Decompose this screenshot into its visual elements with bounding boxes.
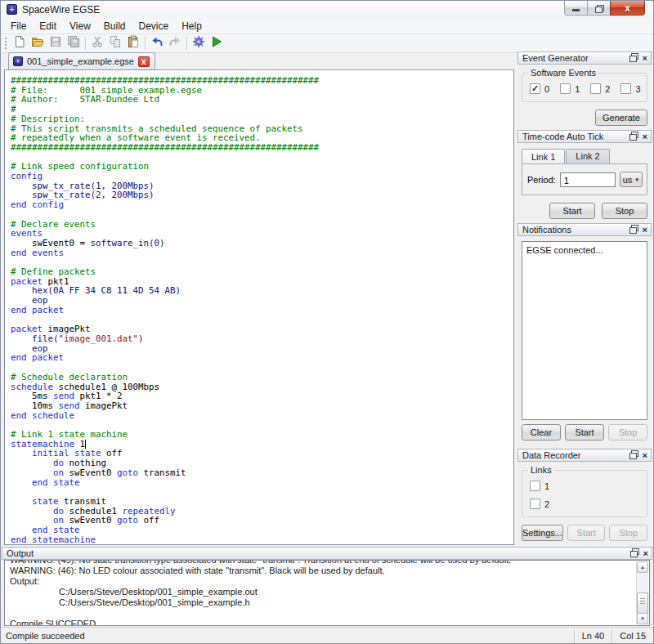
float-panel-icon[interactable] (629, 133, 637, 140)
recorder-link-checkbox-2[interactable] (530, 499, 540, 509)
software-events-group: Software Events ✓0123 (522, 73, 647, 102)
close-button[interactable]: x (610, 1, 645, 16)
output-scrollbar[interactable]: ▲ ▼ (636, 561, 648, 624)
timecode-stop-button[interactable]: Stop (602, 203, 647, 219)
output-line: C:/Users/Steve/Desktop/001_simple_exampl… (10, 597, 634, 608)
software-event-label: 3 (635, 84, 640, 94)
menu-item-view[interactable]: View (63, 19, 97, 34)
software-event-checkbox-0[interactable]: ✓ (530, 83, 540, 94)
copy-icon (109, 35, 122, 51)
close-panel-icon[interactable]: × (643, 54, 647, 62)
recorder-link-checkbox-1[interactable] (530, 481, 540, 491)
menu-item-build[interactable]: Build (97, 19, 132, 34)
tab-link-1[interactable]: Link 1 (522, 149, 565, 163)
toolbar-copy-button (106, 35, 124, 51)
toolbar-new-file-button[interactable] (11, 35, 29, 51)
tab-001-simple-example[interactable]: + 001_simple_example.egse x (8, 52, 155, 69)
code-line: swEvent0 = software_in(0) (11, 239, 513, 248)
float-panel-icon[interactable] (629, 226, 637, 233)
toolbar-run-play-button[interactable] (208, 35, 226, 51)
code-line: spw_tx_rate(2, 200Mbps) (11, 190, 513, 200)
output-line-clipped: WARNING: (45): No state transition type … (10, 560, 634, 566)
build-gear-icon (192, 35, 205, 51)
restore-icon (595, 5, 602, 11)
output-title-bar: Output × (2, 547, 652, 560)
code-editor[interactable]: ########################################… (4, 70, 514, 545)
software-event-checkbox-2[interactable] (590, 83, 601, 94)
window-controls: x (565, 1, 645, 16)
menu-item-help[interactable]: Help (175, 19, 208, 34)
software-event-label: 0 (544, 84, 549, 94)
recorder-stop-button: Stop (609, 525, 647, 541)
float-panel-icon[interactable] (629, 55, 637, 61)
close-panel-icon[interactable]: × (643, 226, 647, 234)
tab-link-2[interactable]: Link 2 (566, 149, 609, 163)
notifications-list[interactable]: EGSE connected... (522, 241, 647, 420)
app-window: + SpaceWire EGSE x FileEditViewBuildDevi… (0, 0, 654, 644)
panel-title: Event Generator (522, 53, 629, 63)
close-panel-icon[interactable]: × (643, 549, 648, 557)
status-column-number: Col 15 (611, 630, 653, 642)
menu-item-edit[interactable]: Edit (33, 19, 63, 34)
title-bar[interactable]: + SpaceWire EGSE x (1, 1, 653, 18)
period-input[interactable] (560, 172, 616, 187)
code-line: # (11, 105, 513, 114)
output-console[interactable]: WARNING: (45): No state transition type … (4, 560, 650, 626)
tab-label: 001_simple_example.egse (27, 56, 134, 66)
float-panel-icon[interactable] (630, 550, 638, 557)
output-line: C:/Users/Steve/Desktop/001_simple_exampl… (10, 587, 634, 597)
float-panel-icon[interactable] (629, 452, 637, 458)
code-line: eop (11, 344, 513, 354)
code-line: hex(0A FF 34 C8 11 4D 54 AB) (11, 286, 513, 296)
generate-button[interactable]: Generate (595, 110, 647, 126)
minimize-button[interactable] (564, 1, 588, 16)
document-icon: + (13, 56, 23, 66)
code-line: end config (11, 200, 513, 210)
toolbar-build-gear-button[interactable] (190, 35, 208, 51)
run-play-icon (210, 35, 223, 51)
restore-button[interactable] (587, 1, 611, 16)
code-line: end events (11, 248, 513, 258)
save-icon (49, 35, 62, 51)
close-panel-icon[interactable]: × (643, 451, 647, 459)
toolbar-separator (85, 37, 86, 50)
notifications-start-button[interactable]: Start (565, 424, 604, 441)
menu-item-file[interactable]: File (4, 19, 33, 34)
code-line: 10ms send imagePkt (11, 401, 513, 411)
software-event-item: 3 (620, 83, 640, 94)
toolbar-separator (186, 37, 187, 50)
code-line: # Link speed configuration (11, 162, 513, 172)
recorder-settings-button[interactable]: Settings... (522, 525, 563, 541)
status-message: Compile succeeded (1, 631, 574, 641)
event-generator-panel: Event Generator × Software Events ✓0123 … (517, 51, 652, 130)
code-line: # Declare events (11, 220, 513, 230)
toolbar-open-file-button[interactable] (29, 35, 47, 51)
status-bar: Compile succeeded Ln 40 Col 15 (1, 627, 653, 644)
software-event-checkbox-3[interactable] (620, 83, 631, 94)
group-label: Links (528, 465, 554, 475)
toolbar-undo-button[interactable] (148, 35, 166, 51)
software-event-checkbox-1[interactable] (560, 83, 571, 94)
timecode-start-button[interactable]: Start (549, 203, 595, 219)
notifications-clear-button[interactable]: Clear (522, 424, 561, 441)
timecode-tab-frame: Period: us ▼ (522, 163, 647, 195)
output-lines: WARNING: (45): No state transition type … (10, 560, 634, 626)
unit-dropdown[interactable]: us ▼ (620, 172, 643, 187)
redo-icon (168, 35, 181, 51)
scroll-down-icon[interactable]: ▼ (637, 613, 648, 624)
software-event-item: ✓0 (530, 83, 549, 94)
code-line: end packet (11, 353, 513, 363)
menu-item-device[interactable]: Device (132, 19, 176, 34)
toolbar-paste-button[interactable] (124, 35, 142, 51)
open-file-icon (31, 35, 44, 51)
close-icon: x (625, 2, 630, 14)
scrollbar-thumb[interactable] (637, 593, 648, 614)
new-file-icon (13, 35, 26, 51)
toolbar-drag-handle[interactable] (4, 37, 7, 50)
group-label: Software Events (528, 68, 598, 78)
text-caret (85, 440, 86, 449)
scroll-up-icon[interactable]: ▲ (637, 561, 648, 573)
tab-close-icon[interactable]: x (138, 56, 150, 67)
close-panel-icon[interactable]: × (643, 132, 647, 141)
minimize-icon (572, 9, 580, 11)
